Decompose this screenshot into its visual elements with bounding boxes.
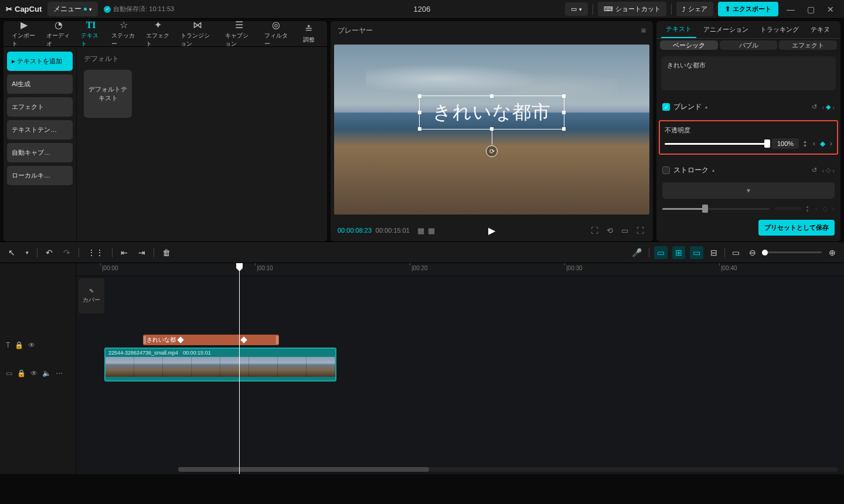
blend-checkbox[interactable]: ✓	[662, 103, 670, 111]
keyframe-marker[interactable]	[240, 336, 247, 343]
maximize-button[interactable]: ▢	[803, 2, 818, 17]
zoom-slider[interactable]	[763, 251, 822, 253]
eye-icon[interactable]: 👁	[28, 341, 35, 349]
text-content-input[interactable]: きれいな都市	[661, 56, 836, 90]
horizontal-scrollbar[interactable]	[178, 467, 838, 472]
tab-transition[interactable]: ⋈トランジション	[176, 21, 219, 49]
default-text-preset[interactable]: デフォルトテキスト	[84, 70, 132, 118]
prop-tab-more[interactable]: テキヌ	[806, 22, 835, 38]
mute-icon[interactable]: 🔈	[42, 369, 51, 377]
preview-menu-icon[interactable]: ≡	[641, 26, 646, 35]
trim-right-tool[interactable]: ⇥	[136, 246, 148, 259]
video-preview[interactable]: きれいな都市 ⟳	[334, 45, 649, 214]
next-kf-icon[interactable]: ›	[830, 139, 832, 148]
playhead[interactable]	[239, 263, 240, 474]
cover-button[interactable]: ✎ カバー	[79, 278, 104, 314]
stroke-checkbox[interactable]	[662, 166, 670, 174]
stroke-header[interactable]: ストローク ▴ ↺ ‹ ◇ ›	[662, 162, 835, 179]
share-button[interactable]: ⤴シェア	[676, 2, 713, 16]
tab-import[interactable]: ▶インポート	[7, 21, 40, 49]
pointer-tool[interactable]: ↖	[6, 246, 18, 259]
redo-button[interactable]: ↷	[61, 246, 73, 259]
play-button[interactable]: ▶	[488, 225, 495, 236]
text-clip[interactable]: きれいな都	[143, 335, 279, 345]
stroke-value[interactable]	[774, 207, 801, 210]
reset-icon[interactable]: ↺	[812, 166, 817, 174]
lock-icon[interactable]: 🔒	[15, 341, 23, 349]
lock-icon[interactable]: 🔒	[17, 369, 26, 377]
eye-icon[interactable]: 👁	[30, 369, 38, 377]
zoom-in[interactable]: ⊕	[826, 246, 838, 259]
align-tool[interactable]: ⊟	[708, 246, 720, 259]
prev-keyframe-icon[interactable]: ‹	[822, 104, 825, 111]
prop-tab-animation[interactable]: アニメーション	[699, 22, 753, 38]
rotate-handle[interactable]: ⟳	[486, 145, 498, 157]
resize-handle[interactable]	[490, 94, 494, 98]
resize-handle[interactable]	[562, 94, 566, 98]
subtab-effect[interactable]: エフェクト	[779, 40, 837, 50]
sidebar-auto-caption[interactable]: 自動キャプ…	[7, 143, 73, 162]
close-button[interactable]: ✕	[823, 2, 838, 17]
snap-tool-1[interactable]: ▭	[654, 246, 668, 259]
tab-audio[interactable]: ◔オーディオ	[42, 21, 75, 49]
prop-tab-tracking[interactable]: トラッキング	[755, 22, 804, 38]
prev-kf-icon[interactable]: ‹	[813, 139, 815, 148]
delete-tool[interactable]: 🗑	[160, 246, 173, 259]
subtab-basic[interactable]: ベーシック	[660, 40, 718, 50]
fullscreen-small-icon[interactable]: ⛶	[589, 225, 600, 236]
next-keyframe-icon[interactable]: ›	[832, 104, 835, 111]
resize-handle[interactable]	[418, 94, 421, 98]
ratio-icon[interactable]: ▭	[620, 225, 630, 236]
sidebar-ai-gen[interactable]: AI生成	[7, 74, 73, 94]
grid-icon-1[interactable]: ▦	[416, 225, 426, 236]
video-clip[interactable]: 22544-328624736_small.mp4 00:00:15:01	[104, 348, 336, 382]
stroke-color-dropdown[interactable]: ▾	[662, 182, 835, 199]
save-preset-button[interactable]: プリセットとして保存	[758, 220, 835, 236]
mic-icon[interactable]: 🎤	[629, 246, 644, 259]
undo-button[interactable]: ↶	[43, 246, 55, 259]
fullscreen-icon[interactable]: ⛶	[635, 225, 646, 236]
minimize-button[interactable]: —	[783, 2, 798, 17]
aspect-ratio-button[interactable]: ▭▾	[565, 2, 588, 16]
keyframe-diamond-icon[interactable]: ◆	[820, 139, 825, 148]
scale-icon[interactable]: ⟲	[605, 225, 615, 236]
resize-handle[interactable]	[562, 127, 566, 131]
scrollbar-thumb[interactable]	[178, 467, 429, 472]
time-ruler[interactable]: |00:00 |00:10 |00:20 |00:30 |00:40	[76, 263, 844, 276]
export-button[interactable]: ⬆エクスポート	[718, 2, 778, 16]
subtab-bubble[interactable]: バブル	[720, 40, 778, 50]
prev-keyframe-icon[interactable]: ‹	[822, 167, 825, 174]
tab-adjust[interactable]: ≛調整	[294, 23, 324, 45]
zoom-out[interactable]: ⊖	[747, 246, 758, 259]
resize-handle[interactable]	[562, 111, 566, 114]
tab-caption[interactable]: ☰キャプション	[220, 21, 258, 49]
snap-tool-3[interactable]: ▭	[690, 246, 703, 259]
opacity-stepper[interactable]: ▲▼	[802, 139, 808, 148]
opacity-slider[interactable]	[665, 143, 767, 145]
more-icon[interactable]: ⋯	[56, 369, 63, 377]
next-keyframe-icon[interactable]: ›	[832, 167, 835, 174]
tab-text[interactable]: TIテキスト	[76, 21, 106, 49]
slider-thumb[interactable]	[764, 139, 770, 148]
resize-handle[interactable]	[418, 127, 421, 131]
sidebar-effect[interactable]: エフェクト	[7, 97, 73, 117]
resize-handle[interactable]	[418, 111, 421, 114]
split-tool[interactable]: ⋮⋮	[85, 246, 106, 259]
trim-left-tool[interactable]: ⇤	[118, 246, 130, 259]
blend-header[interactable]: ✓ ブレンド ▴ ↺ ‹ ◆ ›	[662, 98, 835, 115]
keyframe-diamond-icon[interactable]: ◆	[826, 103, 831, 111]
tab-sticker[interactable]: ☆ステッカー	[107, 21, 140, 49]
keyframe-marker[interactable]	[177, 336, 183, 343]
reset-icon[interactable]: ↺	[812, 103, 817, 111]
snap-tool-2[interactable]: ⊞	[672, 246, 685, 259]
tab-filter[interactable]: ◎フィルター	[260, 21, 293, 49]
tab-effect[interactable]: ✦エフェクト	[141, 21, 175, 49]
preview-toggle[interactable]: ▭	[730, 246, 742, 259]
text-overlay-selection[interactable]: きれいな都市 ⟳	[419, 96, 564, 130]
pointer-dropdown[interactable]: ▾	[23, 248, 31, 257]
shortcuts-button[interactable]: ⌨ショートカット	[598, 2, 666, 16]
keyframe-diamond-icon[interactable]: ◇	[826, 166, 831, 174]
opacity-value[interactable]: 100%	[772, 138, 799, 149]
menu-button[interactable]: メニュー▾	[47, 2, 98, 16]
sidebar-template[interactable]: テキストテン…	[7, 120, 73, 139]
